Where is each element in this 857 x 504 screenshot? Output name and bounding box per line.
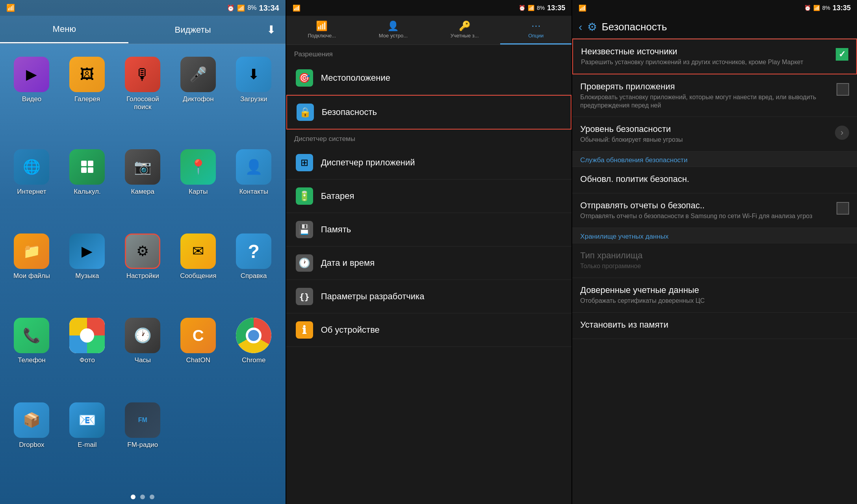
app-email[interactable]: 📧 E-mail (59, 398, 115, 482)
settings-about-label: Об устройстве (321, 325, 380, 335)
security-level-control[interactable]: › (835, 124, 849, 140)
developer-icon: {} (296, 288, 313, 305)
security-item-install-storage[interactable]: Установить из памяти (572, 313, 857, 339)
signal-icon: 📶 (237, 4, 245, 12)
verify-apps-title: Проверять приложения (580, 82, 830, 92)
app-messages[interactable]: ✉ Сообщения (171, 229, 226, 313)
unknown-sources-control[interactable]: ✓ (836, 46, 848, 61)
security-item-policy-update[interactable]: Обновл. политик безопасн. (572, 167, 857, 193)
app-dictaphone[interactable]: 🎤 Диктофон (171, 52, 226, 145)
app-calculator-label: Калькул. (74, 188, 101, 196)
app-fmradio[interactable]: FM FM-радио (115, 398, 171, 482)
app-help[interactable]: ? Справка (226, 229, 282, 313)
dictaphone-icon: 🎤 (180, 57, 216, 92)
security-alarm-icon: ⏰ (804, 5, 811, 11)
security-battery: 8% (822, 5, 830, 11)
security-level-desc: Обычный: блокирует явные угрозы (580, 136, 829, 144)
settings-battery-label: Батарея (321, 191, 354, 201)
app-chrome[interactable]: Chrome (226, 313, 282, 397)
back-button[interactable]: ‹ (579, 21, 582, 33)
app-photos[interactable]: Фото (59, 313, 115, 397)
app-contacts[interactable]: 👤 Контакты (226, 145, 282, 229)
settings-item-memory[interactable]: 💾 Память (286, 213, 572, 246)
chaton-icon: C (180, 318, 216, 353)
app-internet-label: Интернет (17, 188, 46, 196)
app-settings-label: Настройки (126, 272, 159, 280)
accounts-tab-label: Учетные з... (451, 33, 479, 39)
about-icon: ℹ (296, 321, 313, 339)
app-settings[interactable]: ⚙ Настройки (115, 229, 171, 313)
app-calculator[interactable]: Калькул. (59, 145, 115, 229)
settings-status-bar: 📶 ⏰ 📶 8% 13:35 (286, 0, 572, 16)
settings-item-security[interactable]: 🔒 Безопасность (286, 95, 572, 130)
settings-item-datetime[interactable]: 🕐 Дата и время (286, 246, 572, 280)
email-icon: 📧 (69, 402, 105, 438)
security-header-bar: ‹ ⚙ Безопасность (572, 16, 857, 39)
video-icon: ▶ (14, 57, 49, 92)
app-voice-label: Голосовой поиск (117, 95, 168, 111)
app-downloads[interactable]: ⬇ Загрузки (226, 52, 282, 145)
phone-icon: 📞 (14, 318, 49, 353)
location-icon: 🎯 (296, 69, 313, 87)
tab-options[interactable]: ⋯ Опции (500, 16, 571, 44)
status-time: 13:34 (259, 4, 279, 13)
app-voice[interactable]: 🎙 Голосовой поиск (115, 52, 171, 145)
memory-icon: 💾 (296, 221, 313, 238)
storage-type-title: Тип хранилища (580, 250, 843, 261)
security-item-send-reports[interactable]: Отправлять отчеты о безопас.. Отправлять… (572, 193, 857, 228)
verify-apps-control[interactable] (837, 82, 849, 96)
send-reports-control[interactable] (837, 200, 849, 215)
app-maps[interactable]: 📍 Карты (171, 145, 226, 229)
app-video[interactable]: ▶ Видео (4, 52, 59, 145)
app-camera[interactable]: 📷 Камера (115, 145, 171, 229)
settings-item-location[interactable]: 🎯 Местоположение (286, 61, 572, 95)
settings-item-battery[interactable]: 🔋 Батарея (286, 180, 572, 213)
security-item-storage-type: Тип хранилища Только программное (572, 243, 857, 278)
tab-menu[interactable]: Меню (0, 16, 128, 43)
app-music[interactable]: ▶ Музыка (59, 229, 115, 313)
fmradio-icon: FM (125, 402, 160, 438)
home-tabs: Меню Виджеты ⬇ (0, 16, 286, 44)
app-myfiles[interactable]: 📁 Мои файлы (4, 229, 59, 313)
section-credential-storage: Хранилище учетных данных (572, 228, 857, 243)
section-permissions: Разрешения (286, 45, 572, 61)
mydevice-tab-icon: 👤 (387, 20, 399, 32)
settings-item-about[interactable]: ℹ Об устройстве (286, 313, 572, 347)
app-gallery[interactable]: 🖼 Галерея (59, 52, 115, 145)
security-item-level[interactable]: Уровень безопасности Обычный: блокирует … (572, 117, 857, 152)
send-reports-checkbox[interactable] (837, 202, 849, 215)
storage-type-desc: Только программное (580, 262, 843, 271)
app-dropbox[interactable]: 📦 Dropbox (4, 398, 59, 482)
security-item-trusted-creds[interactable]: Доверенные учетные данные Отображать сер… (572, 278, 857, 313)
tab-mydevice[interactable]: 👤 Мое устро... (358, 16, 429, 44)
security-item-unknown-sources[interactable]: Неизвестные источники Разрешить установк… (572, 39, 857, 74)
download-button[interactable]: ⬇ (257, 17, 286, 43)
tab-widgets[interactable]: Виджеты (128, 17, 257, 43)
security-content: Неизвестные источники Разрешить установк… (572, 39, 857, 504)
trusted-creds-title: Доверенные учетные данные (580, 285, 843, 295)
settings-content: Разрешения 🎯 Местоположение 🔒 Безопаснос… (286, 45, 572, 504)
app-internet[interactable]: 🌐 Интернет (4, 145, 59, 229)
settings-alarm-icon: ⏰ (519, 5, 525, 11)
security-item-verify-apps[interactable]: Проверять приложения Блокировать установ… (572, 74, 857, 117)
messages-icon: ✉ (180, 233, 216, 269)
tab-accounts[interactable]: 🔑 Учетные з... (429, 16, 500, 44)
calculator-icon (69, 149, 105, 185)
app-video-label: Видео (22, 95, 42, 103)
send-reports-title: Отправлять отчеты о безопас.. (580, 200, 830, 211)
unknown-sources-checkbox[interactable]: ✓ (836, 48, 848, 61)
app-chaton[interactable]: C ChatON (171, 313, 226, 397)
settings-datetime-label: Дата и время (321, 258, 375, 268)
internet-icon: 🌐 (14, 149, 49, 185)
app-clock[interactable]: 🕐 Часы (115, 313, 171, 397)
verify-apps-checkbox[interactable] (837, 83, 849, 96)
settings-item-developer[interactable]: {} Параметры разработчика (286, 280, 572, 313)
app-chrome-label: Chrome (242, 356, 265, 364)
settings-wifi-icon: 📶 (293, 4, 301, 12)
page-dots (0, 490, 286, 504)
music-icon: ▶ (69, 233, 105, 269)
app-phone[interactable]: 📞 Телефон (4, 313, 59, 397)
tab-connections[interactable]: 📶 Подключе... (286, 16, 358, 44)
panel-home: 📶 ⏰ 📶 8% 13:34 Меню Виджеты ⬇ ▶ Видео 🖼 … (0, 0, 286, 504)
settings-item-appmanager[interactable]: ⊞ Диспетчер приложений (286, 146, 572, 180)
